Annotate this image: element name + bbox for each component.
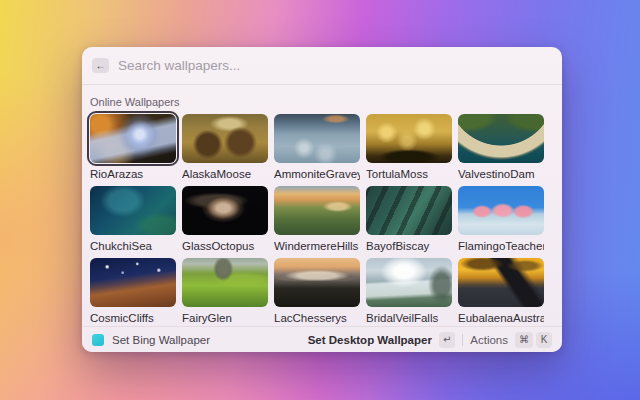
footer-actions: Set Desktop Wallpaper ↵ Actions ⌘ K [308, 332, 552, 348]
wallpaper-thumbnail[interactable] [182, 114, 268, 163]
actions-menu-button[interactable]: Actions [470, 334, 508, 346]
wallpaper-label: FairyGlen [182, 311, 268, 325]
k-key-icon: K [536, 332, 552, 348]
actions-shortcut: ⌘ K [515, 332, 552, 348]
wallpaper-thumbnail[interactable] [90, 114, 176, 163]
wallpaper-item-rioarazas[interactable]: RioArazas [90, 114, 176, 181]
wallpaper-label: FlamingoTeacher [458, 239, 544, 253]
wallpaper-label: AmmoniteGraveyard [274, 167, 360, 181]
wallpaper-item-chukchisea[interactable]: ChukchiSea [90, 186, 176, 253]
wallpaper-label: TortulaMoss [366, 167, 452, 181]
bing-wallpaper-icon [92, 334, 104, 346]
wallpaper-label: LacChesserys [274, 311, 360, 325]
wallpaper-thumbnail[interactable] [274, 114, 360, 163]
wallpaper-item-valvestinodam[interactable]: ValvestinoDam [458, 114, 544, 181]
wallpaper-label: BridalVeilFalls [366, 311, 452, 325]
return-key-icon: ↵ [439, 332, 455, 348]
wallpaper-thumbnail[interactable] [274, 258, 360, 307]
set-desktop-wallpaper-button[interactable]: Set Desktop Wallpaper [308, 334, 432, 346]
wallpaper-thumbnail[interactable] [182, 258, 268, 307]
wallpaper-label: RioArazas [90, 167, 176, 181]
wallpaper-label: AlaskaMoose [182, 167, 268, 181]
wallpaper-thumbnail[interactable] [182, 186, 268, 235]
section-title: Online Wallpapers [90, 96, 554, 108]
wallpaper-item-flamingoteacher[interactable]: FlamingoTeacher [458, 186, 544, 253]
wallpaper-thumbnail[interactable] [458, 186, 544, 235]
wallpaper-search-window: ← Online Wallpapers RioArazas AlaskaMoos… [82, 47, 562, 352]
back-arrow-icon: ← [96, 60, 106, 71]
wallpaper-item-ammonitegraveyard[interactable]: AmmoniteGraveyard [274, 114, 360, 181]
wallpaper-thumbnail[interactable] [90, 186, 176, 235]
results-area: Online Wallpapers RioArazas AlaskaMoose … [82, 96, 562, 325]
wallpaper-thumbnail[interactable] [458, 114, 544, 163]
wallpaper-item-eubalaena[interactable]: EubalaenaAustralis [458, 258, 544, 325]
wallpaper-label: BayofBiscay [366, 239, 452, 253]
search-input[interactable] [118, 58, 552, 73]
wallpaper-label: ChukchiSea [90, 239, 176, 253]
wallpaper-label: CosmicCliffs [90, 311, 176, 325]
command-key-icon: ⌘ [515, 332, 533, 348]
wallpaper-item-alaskamoose[interactable]: AlaskaMoose [182, 114, 268, 181]
wallpaper-thumbnail[interactable] [458, 258, 544, 307]
wallpaper-label: WindermereHills [274, 239, 360, 253]
wallpaper-item-windermerehills[interactable]: WindermereHills [274, 186, 360, 253]
wallpaper-thumbnail[interactable] [90, 258, 176, 307]
search-bar: ← [82, 47, 562, 85]
wallpaper-item-glassoctopus[interactable]: GlassOctopus [182, 186, 268, 253]
footer-divider [462, 334, 463, 346]
wallpaper-item-bridalveilfalls[interactable]: BridalVeilFalls [366, 258, 452, 325]
wallpaper-thumbnail[interactable] [366, 258, 452, 307]
wallpaper-thumbnail[interactable] [274, 186, 360, 235]
wallpaper-item-fairyglen[interactable]: FairyGlen [182, 258, 268, 325]
back-button[interactable]: ← [92, 58, 109, 73]
wallpaper-thumbnail[interactable] [366, 186, 452, 235]
wallpaper-item-tortulamoss[interactable]: TortulaMoss [366, 114, 452, 181]
wallpaper-item-bayofbiscay[interactable]: BayofBiscay [366, 186, 452, 253]
wallpaper-item-lacchesserys[interactable]: LacChesserys [274, 258, 360, 325]
wallpaper-thumbnail[interactable] [366, 114, 452, 163]
wallpaper-item-cosmiccliffs[interactable]: CosmicCliffs [90, 258, 176, 325]
wallpaper-label: ValvestinoDam [458, 167, 544, 181]
wallpaper-label: GlassOctopus [182, 239, 268, 253]
action-bar: Set Bing Wallpaper Set Desktop Wallpaper… [82, 326, 562, 352]
extension-title: Set Bing Wallpaper [112, 334, 210, 346]
wallpaper-label: EubalaenaAustralis [458, 311, 544, 325]
wallpaper-grid: RioArazas AlaskaMoose AmmoniteGraveyard … [90, 114, 554, 325]
